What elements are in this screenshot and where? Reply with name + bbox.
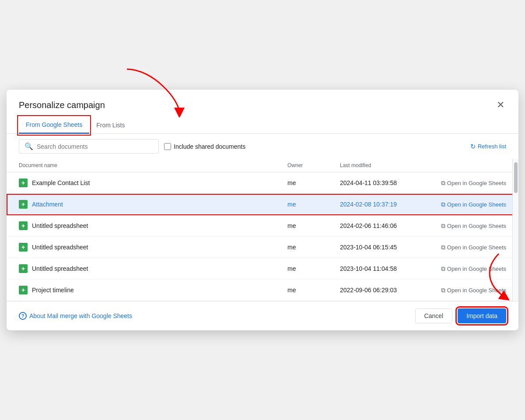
open-in-sheets-link[interactable]: ⧉ Open in Google Sheets xyxy=(427,265,506,273)
external-link-icon: ⧉ xyxy=(441,244,445,251)
open-in-sheets-link[interactable]: ⧉ Open in Google Sheets xyxy=(427,244,506,251)
tab-from-lists[interactable]: From Lists xyxy=(89,117,132,133)
shared-docs-checkbox-label[interactable]: Include shared documents xyxy=(164,143,245,150)
open-link-text: Open in Google Sheets xyxy=(447,180,506,186)
doc-name-text: Untitled spreadsheet xyxy=(32,244,88,251)
refresh-list-button[interactable]: ↻ Refresh list xyxy=(470,143,506,150)
table-row[interactable]: + Example Contact List me 2024-04-11 03:… xyxy=(7,172,518,194)
dialog-header: Personalize campaign ✕ xyxy=(7,90,518,112)
mail-merge-link-text: About Mail merge with Google Sheets xyxy=(29,312,132,319)
sheets-icon: + xyxy=(19,243,28,252)
footer-buttons: Cancel Import data xyxy=(415,308,506,323)
shared-docs-label: Include shared documents xyxy=(174,143,245,150)
external-link-icon: ⧉ xyxy=(441,222,445,230)
owner-cell: me xyxy=(287,201,340,208)
external-link-icon: ⧉ xyxy=(441,201,445,208)
doc-name-cell: + Untitled spreadsheet xyxy=(19,264,287,273)
open-in-sheets-link[interactable]: ⧉ Open in Google Sheets xyxy=(427,201,506,208)
header-owner: Owner xyxy=(287,162,340,168)
header-actions xyxy=(427,162,506,168)
personalize-campaign-dialog: Personalize campaign ✕ From Google Sheet… xyxy=(7,90,518,330)
help-icon: ? xyxy=(19,312,27,320)
table-row[interactable]: + Attachment me 2024-02-08 10:37:19 ⧉ Op… xyxy=(7,194,518,215)
date-cell: 2024-02-08 10:37:19 xyxy=(340,201,427,208)
date-cell: 2023-10-04 11:04:58 xyxy=(340,265,427,272)
header-last-modified: Last modified xyxy=(340,162,427,168)
table-row[interactable]: + Project timeline me 2022-09-06 06:29:0… xyxy=(7,280,518,301)
owner-cell: me xyxy=(287,287,340,294)
search-icon: 🔍 xyxy=(24,142,33,150)
scrollbar-thumb[interactable] xyxy=(514,162,518,193)
header-doc-name: Document name xyxy=(19,162,287,168)
doc-name-cell: + Untitled spreadsheet xyxy=(19,221,287,230)
table-row[interactable]: + Untitled spreadsheet me 2023-10-04 06:… xyxy=(7,237,518,258)
cancel-button[interactable]: Cancel xyxy=(415,308,453,323)
owner-cell: me xyxy=(287,265,340,272)
open-link-text: Open in Google Sheets xyxy=(447,266,506,272)
doc-name-cell: + Attachment xyxy=(19,200,287,209)
doc-name-text: Untitled spreadsheet xyxy=(32,265,88,272)
dialog-footer: ? About Mail merge with Google Sheets Ca… xyxy=(7,301,518,330)
open-link-text: Open in Google Sheets xyxy=(447,201,506,208)
search-input[interactable] xyxy=(37,143,153,150)
search-box[interactable]: 🔍 xyxy=(19,139,159,154)
table-row[interactable]: + Untitled spreadsheet me 2024-02-06 11:… xyxy=(7,215,518,237)
external-link-icon: ⧉ xyxy=(441,179,445,187)
open-link-text: Open in Google Sheets xyxy=(447,287,506,294)
doc-name-cell: + Untitled spreadsheet xyxy=(19,243,287,252)
doc-name-cell: + Example Contact List xyxy=(19,178,287,187)
doc-name-text: Project timeline xyxy=(32,287,74,294)
sheets-icon: + xyxy=(19,221,28,230)
sheets-icon: + xyxy=(19,286,28,294)
owner-cell: me xyxy=(287,244,340,251)
open-in-sheets-link[interactable]: ⧉ Open in Google Sheets xyxy=(427,179,506,187)
include-shared-docs-checkbox[interactable] xyxy=(164,143,171,150)
tab-from-google-sheets[interactable]: From Google Sheets xyxy=(19,117,89,134)
table-row[interactable]: + Untitled spreadsheet me 2023-10-04 11:… xyxy=(7,258,518,280)
refresh-icon: ↻ xyxy=(470,143,476,150)
owner-cell: me xyxy=(287,179,340,186)
date-cell: 2023-10-04 06:15:45 xyxy=(340,244,427,251)
toolbar: 🔍 Include shared documents ↻ Refresh lis… xyxy=(7,134,518,159)
sheets-icon: + xyxy=(19,178,28,187)
documents-table: Document name Owner Last modified + Exam… xyxy=(7,159,518,301)
sheets-icon: + xyxy=(19,200,28,209)
doc-name-text: Untitled spreadsheet xyxy=(32,222,88,229)
open-in-sheets-link[interactable]: ⧉ Open in Google Sheets xyxy=(427,287,506,294)
doc-name-text: Attachment xyxy=(32,201,63,208)
refresh-label: Refresh list xyxy=(478,143,506,150)
import-data-button[interactable]: Import data xyxy=(458,308,506,323)
mail-merge-help-link[interactable]: ? About Mail merge with Google Sheets xyxy=(19,312,132,320)
tabs-container: From Google Sheets From Lists xyxy=(7,117,518,134)
external-link-icon: ⧉ xyxy=(441,265,445,273)
date-cell: 2024-02-06 11:46:06 xyxy=(340,222,427,229)
owner-cell: me xyxy=(287,222,340,229)
date-cell: 2022-09-06 06:29:03 xyxy=(340,287,427,294)
table-header: Document name Owner Last modified xyxy=(7,159,518,172)
scrollbar[interactable] xyxy=(512,159,518,301)
external-link-icon: ⧉ xyxy=(441,287,445,294)
open-link-text: Open in Google Sheets xyxy=(447,244,506,251)
sheets-icon: + xyxy=(19,264,28,273)
doc-name-cell: + Project timeline xyxy=(19,286,287,294)
dialog-title: Personalize campaign xyxy=(19,100,105,110)
open-link-text: Open in Google Sheets xyxy=(447,223,506,229)
open-in-sheets-link[interactable]: ⧉ Open in Google Sheets xyxy=(427,222,506,230)
doc-name-text: Example Contact List xyxy=(32,179,90,186)
date-cell: 2024-04-11 03:39:58 xyxy=(340,179,427,186)
close-button[interactable]: ✕ xyxy=(495,98,506,112)
